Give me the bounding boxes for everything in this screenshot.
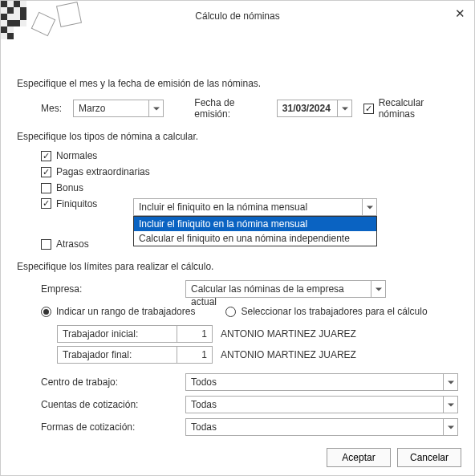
worker-start-name: ANTONIO MARTINEZ JUAREZ [221, 328, 356, 340]
bonus-label: Bonus [56, 182, 83, 193]
cuentas-select[interactable]: Todas [185, 396, 458, 413]
worker-start-label: Trabajador inicial: [57, 325, 177, 343]
window-title: Cálculo de nóminas [195, 10, 279, 22]
cuentas-value: Todas [186, 397, 443, 413]
chevron-down-icon[interactable] [337, 100, 351, 116]
month-value: Marzo [74, 100, 148, 116]
worker-end-name: ANTONIO MARTINEZ JUAREZ [221, 349, 356, 360]
close-button[interactable]: ✕ [452, 6, 468, 22]
ok-button[interactable]: Aceptar [327, 448, 391, 467]
section3-heading: Especifique los límites para realizar el… [17, 261, 458, 272]
normales-checkbox[interactable] [41, 151, 51, 161]
worker-end-num-input[interactable]: 1 [177, 346, 213, 364]
worker-end-label: Trabajador final: [57, 346, 177, 364]
date-select[interactable]: 31/03/2024 [277, 100, 352, 117]
finiquito-mode-dropdown: Incluir el finiquito en la nómina mensua… [133, 216, 377, 246]
select-workers-radio-label: Seleccionar los trabajadores para el cál… [241, 306, 427, 317]
range-radio-label: Indicar un rango de trabajadores [56, 306, 195, 317]
date-value: 31/03/2024 [278, 100, 337, 116]
month-select[interactable]: Marzo [73, 100, 164, 117]
section1-heading: Especifique el mes y la fecha de emisión… [17, 78, 458, 89]
chevron-down-icon[interactable] [362, 199, 376, 215]
date-label: Fecha de emisión: [194, 97, 268, 120]
pagas-checkbox[interactable] [41, 167, 51, 177]
chevron-down-icon[interactable] [148, 100, 163, 116]
normales-label: Normales [56, 150, 97, 161]
centro-value: Todos [186, 374, 443, 390]
chevron-down-icon[interactable] [443, 397, 457, 413]
finiquitos-label: Finiquitos [56, 198, 104, 210]
atrasos-checkbox[interactable] [41, 239, 51, 250]
finiquito-option-0[interactable]: Incluir el finiquito en la nómina mensua… [134, 217, 376, 231]
chevron-down-icon[interactable] [443, 419, 457, 435]
worker-start-num-input[interactable]: 1 [177, 325, 213, 343]
atrasos-label: Atrasos [56, 238, 89, 250]
select-workers-radio[interactable] [225, 307, 236, 317]
chevron-down-icon[interactable] [371, 281, 385, 297]
finiquito-mode-value: Incluir el finiquito en la nómina mensua… [134, 199, 362, 215]
empresa-value: Calcular las nóminas de la empresa actua… [186, 281, 371, 297]
empresa-select[interactable]: Calcular las nóminas de la empresa actua… [185, 280, 386, 298]
range-radio[interactable] [41, 307, 51, 317]
chevron-down-icon[interactable] [443, 374, 457, 390]
finiquito-option-1[interactable]: Calcular el finiquito en una nómina inde… [134, 231, 376, 246]
formas-value: Todas [186, 419, 443, 435]
month-label: Mes: [41, 103, 67, 114]
centro-select[interactable]: Todos [185, 373, 458, 391]
cuentas-label: Cuentas de cotización: [17, 399, 185, 410]
recalc-label: Recalcular nóminas [379, 97, 458, 120]
formas-select[interactable]: Todas [185, 418, 458, 436]
section2-heading: Especifique los tipos de nómina a calcul… [17, 131, 458, 142]
cancel-button[interactable]: Cancelar [397, 448, 461, 467]
bonus-checkbox[interactable] [41, 183, 51, 193]
formas-label: Formas de cotización: [17, 421, 185, 433]
empresa-label: Empresa: [17, 283, 185, 295]
finiquito-mode-select[interactable]: Incluir el finiquito en la nómina mensua… [133, 198, 377, 216]
pagas-label: Pagas extraordinarias [56, 166, 150, 177]
centro-label: Centro de trabajo: [17, 376, 185, 388]
finiquitos-checkbox[interactable] [41, 198, 51, 209]
recalc-checkbox[interactable] [363, 104, 373, 114]
